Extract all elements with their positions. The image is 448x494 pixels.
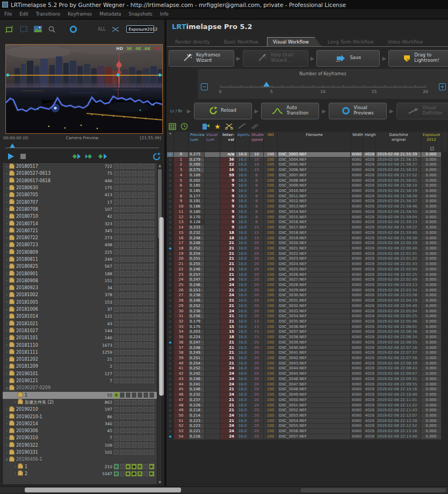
frame-diamond-icon[interactable]: ◇ [169,408,171,412]
tree-item[interactable]: ›20180811249 [3,256,162,263]
table-row[interactable]: ◇350.2241816.015100DSC_3038.NEF608040282… [167,335,447,340]
frame-diamond-icon[interactable]: ◇ [169,210,171,214]
table-row[interactable]: ◇130.128916.08100DSC_3016.NEF60804028201… [167,220,447,225]
tree-item[interactable]: ›201811111259 [3,349,162,356]
frame-diamond-icon[interactable]: ◇ [169,330,171,334]
tab-long-term-workflow[interactable]: Long Term Workflow [322,38,381,46]
hscroll-thumb[interactable] [25,488,181,492]
frame-diamond-icon[interactable]: ◇ [169,356,171,360]
tree-item[interactable]: ›21047+▪●≡▶ [3,470,162,477]
frame-diamond-icon[interactable]: ◇ [169,241,171,245]
keyframe-diamond-icon[interactable]: ◆ [169,152,171,156]
stop-button[interactable] [20,154,26,159]
col-header-date-time-original[interactable]: Date/time original [376,132,421,152]
table-row[interactable]: ◇430.2462416.020100DSC_3046.NEF608040282… [167,377,447,382]
copy-settings-icon[interactable] [202,123,210,130]
table-row[interactable]: ◇260.2532116.020100DSC_3029.NEF608040282… [167,288,447,293]
frame-diamond-icon[interactable]: ◇ [169,183,171,188]
keyframes-slider[interactable]: − 05101520 + [213,82,433,96]
col-header-height[interactable]: Height [363,132,376,152]
table-row[interactable]: ◇150.2321816.015100DSC_3018.NEF608040282… [167,231,447,236]
table-row[interactable]: ◇230.2572116.020100DSC_3026.NEF608040282… [167,273,447,278]
table-row[interactable]: ◇520.2232416.020100DSC_3055.NEF608040282… [167,424,447,429]
tree-item[interactable]: ›20180722273 [3,234,162,241]
table-row[interactable]: ◇470.2372116.020100DSC_3050.NEF608040282… [167,398,447,403]
frame-diamond-icon[interactable]: ◇ [169,413,171,418]
expand-icon[interactable]: › [13,400,17,404]
expand-icon[interactable]: › [13,464,17,469]
frame-diamond-icon[interactable]: ◇ [169,288,171,292]
col-header-preview-lum[interactable]: Preview Lum [189,132,205,152]
frame-diamond-icon[interactable]: ◇ [169,429,171,433]
table-row[interactable]: ◇90.191916.08100DSC_3012.NEF608040282019… [167,199,447,204]
expand-icon[interactable]: › [5,343,9,347]
table-row[interactable]: ◇70.185916.08100DSC_3010.NEF608040282019… [167,189,447,194]
tree-item[interactable]: ›新建文件夹 (2)862 [3,399,162,406]
col-header-visual-lum[interactable]: Visual Lum [205,132,220,152]
table-row[interactable]: ◇490.2182116.020100DSC_3052.NEF608040282… [167,408,447,413]
frame-diamond-icon[interactable]: ◇ [169,252,171,256]
frame-diamond-icon[interactable]: ◇ [169,419,171,423]
table-row[interactable]: ◇290.2522116.020100DSC_3032.NEF608040282… [167,304,447,309]
tab-visual-workflow[interactable]: Visual Workflow [267,37,321,46]
tree-item[interactable]: ›20180517722 [3,163,162,170]
record-ring-icon[interactable] [69,25,77,33]
tab-render-directly[interactable]: Render directly [170,38,218,46]
scroll-up-icon[interactable]: ▲ [157,163,162,167]
timeline-slider[interactable] [5,144,159,149]
keyframe-diamond-icon[interactable]: ◆ [169,340,171,345]
frame-diamond-icon[interactable]: ◇ [169,273,171,277]
tree-item[interactable]: ›20180809225 [3,249,162,256]
menu-item-transitions[interactable]: Transitions [36,11,61,17]
frame-diamond-icon[interactable]: ◇ [169,168,171,172]
quality-label-8k[interactable]: 8K [154,46,160,51]
menu-item-keyframes[interactable]: Keyframes [68,11,92,17]
expand-icon[interactable]: › [5,314,9,319]
frame-diamond-icon[interactable]: ◇ [169,199,171,203]
table-row[interactable]: ◆360.2472116.020100DSC_3039.NEF608040282… [167,340,447,346]
tree-item[interactable]: ›20180708107 [3,206,162,213]
table-row[interactable]: ◇420.2422416.020100DSC_3045.NEF608040282… [167,371,447,377]
expand-icon[interactable]: › [5,328,9,333]
keyframes-plus-button[interactable]: + [439,83,446,90]
col-header-shutter-speed[interactable]: Shutter- speed [250,132,264,152]
goto-keyframe-button[interactable] [85,153,95,160]
table-row[interactable]: ◇60.185916.08100DSC_3009.NEF608040282019… [167,183,447,189]
table-row[interactable]: ◇140.233916.015100DSC_3017.NEF6080402820… [167,225,447,231]
star-icon[interactable]: ★ [214,123,221,130]
expand-icon[interactable]: › [5,200,9,204]
frame-diamond-icon[interactable]: ◇ [169,267,171,271]
horizontal-scrollbar[interactable] [0,486,448,493]
tree-item[interactable]: ›2018102143 [3,320,162,327]
table-row[interactable]: ◇50.202916.08100DSC_3008.NEF608040282019… [167,178,447,184]
frame-diamond-icon[interactable]: ◇ [169,319,171,324]
frame-diamond-icon[interactable]: ◇ [169,361,171,366]
tree-item[interactable]: ›20181014122 [3,313,162,320]
table-row[interactable]: ◇370.2482116.020100DSC_3040.NEF608040282… [167,346,447,351]
frame-diamond-icon[interactable]: ◇ [169,162,171,167]
frame-diamond-icon[interactable]: ◇ [169,346,171,350]
table-row[interactable]: ◇110.180916.08100DSC_3014.NEF60804028201… [167,210,447,215]
exposure-checkbox[interactable]: ✓ [430,147,434,151]
keyframes-minus-button[interactable]: − [201,83,208,90]
frame-diamond-icon[interactable]: ◇ [169,398,171,402]
expand-icon[interactable]: › [5,178,9,183]
tree-item[interactable]: ›20190214340 [3,420,162,427]
tree-item[interactable]: ›155+✓ [3,392,162,399]
table-view-icon[interactable] [169,123,176,130]
table-row[interactable]: ◇170.2482116.020100DSC_3020.NEF608040282… [167,241,447,246]
table-row[interactable]: ◇480.2262116.020100DSC_3051.NEF608040282… [167,403,447,409]
frame-diamond-icon[interactable]: ◇ [169,298,171,303]
expand-icon[interactable]: › [5,286,9,290]
frame-diamond-icon[interactable]: ◇ [169,387,171,391]
frame-diamond-icon[interactable]: ◇ [169,392,171,397]
table-row[interactable]: ◇30.2751616.010100DSC_3006.NEF6080402820… [167,168,447,173]
table-row[interactable]: ◇300.2382416.020100DSC_3033.NEF608040282… [167,309,447,314]
expand-icon[interactable]: › [5,379,9,383]
table-row[interactable]: ◇460.2322416.020100DSC_3049.NEF608040282… [167,392,447,398]
collapse-icon[interactable]: ∨ [5,457,9,462]
menu-item-metadata[interactable]: Metadata [99,11,121,17]
tree-item[interactable]: ›2019030645 [3,427,162,434]
expand-icon[interactable]: › [5,228,9,233]
expand-icon[interactable]: › [5,307,9,312]
